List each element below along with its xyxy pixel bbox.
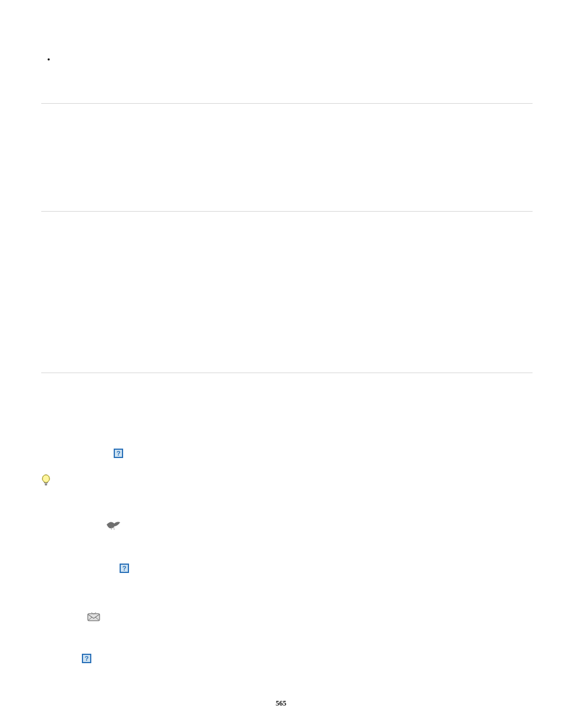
content-area: • ? (41, 47, 533, 663)
item-envelope (41, 612, 533, 625)
svg-rect-1 (45, 483, 47, 485)
question-icon: ? (120, 564, 129, 573)
page-number: 565 (0, 699, 562, 708)
bullet-mark: • (41, 53, 533, 67)
item-q1: ? (41, 449, 533, 458)
envelope-icon (87, 612, 100, 625)
svg-rect-2 (88, 614, 100, 621)
item-q2: ? (41, 564, 533, 573)
item-q3: ? (41, 654, 533, 663)
item-bulb (41, 475, 533, 490)
bird-icon (105, 519, 121, 534)
lightbulb-icon (41, 475, 51, 490)
page: • ? (0, 0, 562, 728)
svg-point-0 (42, 475, 49, 482)
item-bird (41, 519, 533, 534)
question-icon: ? (82, 654, 91, 663)
question-icon: ? (114, 449, 123, 458)
